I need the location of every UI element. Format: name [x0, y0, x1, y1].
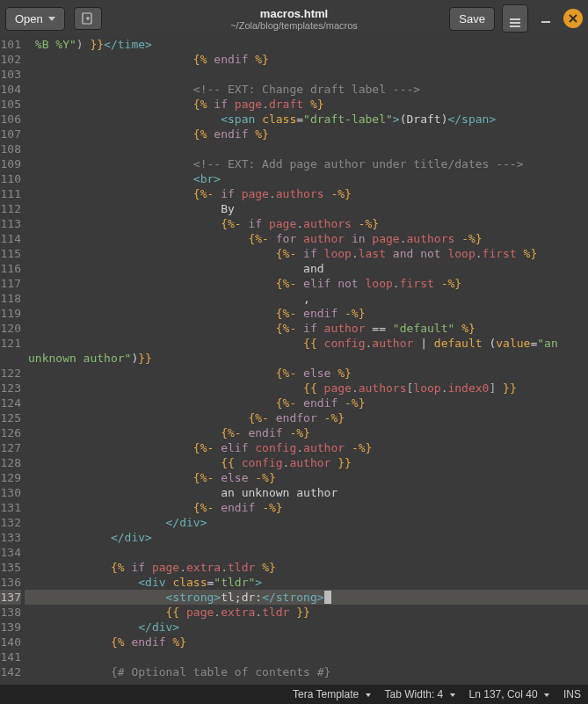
- code-line[interactable]: {% endif %}: [25, 52, 588, 67]
- code-line[interactable]: {%- if loop.last and not loop.first %}: [25, 246, 588, 261]
- language-label: Tera Template: [293, 688, 359, 700]
- line-number: 125: [0, 410, 21, 425]
- code-line[interactable]: {%- for author in page.authors -%}: [25, 231, 588, 246]
- line-number: 130: [0, 485, 21, 500]
- line-number: 108: [0, 142, 21, 156]
- code-line[interactable]: <strong>tl;dr:</strong>: [25, 590, 588, 605]
- code-line[interactable]: {{ config.author | default (value="an: [25, 336, 588, 351]
- hamburger-menu-button[interactable]: [502, 4, 528, 33]
- open-label: Open: [15, 12, 43, 25]
- line-number: 119: [0, 306, 21, 321]
- code-line[interactable]: <span class="draft-label">(Draft)</span>: [25, 112, 588, 127]
- close-icon: [569, 14, 577, 23]
- line-number: 110: [0, 171, 21, 186]
- svg-rect-1: [541, 21, 550, 23]
- code-line[interactable]: </div>: [25, 515, 588, 530]
- code-line[interactable]: {%- elif config.author -%}: [25, 440, 588, 455]
- minimize-button[interactable]: [535, 8, 556, 29]
- code-line[interactable]: {# Optional table of contents #}: [25, 664, 588, 679]
- code-line[interactable]: {% if page.draft %}: [25, 97, 588, 112]
- code-line[interactable]: and: [25, 261, 588, 276]
- code-line[interactable]: %B %Y") }}</time>: [25, 37, 588, 52]
- code-line[interactable]: <!-- EXT: Add page author under title/da…: [25, 156, 588, 171]
- line-number: 122: [0, 366, 21, 381]
- minimize-icon: [541, 13, 551, 24]
- line-number: 118: [0, 291, 21, 306]
- line-number: [0, 351, 21, 366]
- line-number: 104: [0, 82, 21, 97]
- line-number: 109: [0, 156, 21, 171]
- cursor-position[interactable]: Ln 137, Col 40: [469, 688, 549, 700]
- code-line[interactable]: unknown author")}}: [25, 351, 588, 366]
- code-line[interactable]: </div>: [25, 620, 588, 635]
- code-line[interactable]: {%- endfor -%}: [25, 410, 588, 425]
- line-number: 107: [0, 127, 21, 142]
- code-line[interactable]: [25, 142, 588, 156]
- code-line[interactable]: <!-- EXT: Change draft label --->: [25, 82, 588, 97]
- new-document-button[interactable]: [74, 7, 102, 30]
- code-line[interactable]: {% if page.extra.tldr %}: [25, 560, 588, 575]
- line-number: 133: [0, 530, 21, 545]
- save-button[interactable]: Save: [449, 7, 495, 31]
- chevron-down-icon: [48, 17, 55, 21]
- insert-mode[interactable]: INS: [563, 688, 581, 700]
- line-number: 103: [0, 67, 21, 82]
- code-line[interactable]: {%- endif -%}: [25, 396, 588, 410]
- line-number-gutter: 1011021031041051061071081091101111121131…: [0, 37, 25, 685]
- code-line[interactable]: {% endif %}: [25, 127, 588, 142]
- tab-width-selector[interactable]: Tab Width: 4: [385, 688, 455, 700]
- code-line[interactable]: an unknown author: [25, 485, 588, 500]
- line-number: 132: [0, 515, 21, 530]
- line-number: 113: [0, 216, 21, 231]
- open-button[interactable]: Open: [5, 7, 65, 31]
- line-number: 117: [0, 276, 21, 291]
- code-line[interactable]: {{ config.author }}: [25, 455, 588, 470]
- code-line[interactable]: ,: [25, 291, 588, 306]
- code-line[interactable]: <div class="tldr">: [25, 575, 588, 590]
- insert-mode-label: INS: [563, 688, 581, 700]
- tab-width-label: Tab Width: 4: [385, 688, 444, 700]
- code-line[interactable]: {%- else -%}: [25, 470, 588, 485]
- editor-area[interactable]: 1011021031041051061071081091101111121131…: [0, 37, 588, 685]
- code-area[interactable]: %B %Y") }}</time> {% endif %} <!-- EXT: …: [25, 37, 588, 685]
- code-line[interactable]: {{ page.extra.tldr }}: [25, 605, 588, 620]
- line-number: 137: [0, 590, 21, 605]
- code-line[interactable]: {%- if page.authors -%}: [25, 216, 588, 231]
- code-line[interactable]: {%- elif not loop.first -%}: [25, 276, 588, 291]
- code-line[interactable]: {{ page.authors[loop.index0] }}: [25, 381, 588, 396]
- code-line[interactable]: [25, 545, 588, 560]
- line-number: 115: [0, 246, 21, 261]
- text-cursor: [324, 591, 331, 604]
- code-line[interactable]: </div>: [25, 530, 588, 545]
- code-line[interactable]: [25, 650, 588, 664]
- code-line[interactable]: {%- if author == "default" %}: [25, 321, 588, 336]
- code-line[interactable]: {% endif %}: [25, 635, 588, 650]
- chevron-down-icon: [450, 693, 455, 697]
- close-window-button[interactable]: [563, 9, 583, 28]
- code-line[interactable]: <br>: [25, 171, 588, 186]
- cursor-position-label: Ln 137, Col 40: [469, 688, 538, 700]
- code-line[interactable]: {%- if page.authors -%}: [25, 186, 588, 201]
- code-line[interactable]: [25, 67, 588, 82]
- code-line[interactable]: {%- endif -%}: [25, 425, 588, 440]
- code-line[interactable]: By: [25, 201, 588, 216]
- chevron-down-icon: [366, 693, 371, 697]
- line-number: 121: [0, 336, 21, 351]
- code-line[interactable]: {%- endif -%}: [25, 306, 588, 321]
- line-number: 134: [0, 545, 21, 560]
- code-line[interactable]: {%- endif -%}: [25, 500, 588, 515]
- status-bar: Tera Template Tab Width: 4 Ln 137, Col 4…: [0, 685, 588, 704]
- header-bar: Open macros.html ~/Zola/blog/templates/m…: [0, 0, 588, 37]
- hamburger-icon: [510, 18, 520, 27]
- line-number: 124: [0, 396, 21, 410]
- language-selector[interactable]: Tera Template: [293, 688, 371, 700]
- line-number: 112: [0, 201, 21, 216]
- line-number: 102: [0, 52, 21, 67]
- line-number: 131: [0, 500, 21, 515]
- line-number: 138: [0, 605, 21, 620]
- line-number: 141: [0, 650, 21, 664]
- code-line[interactable]: {%- else %}: [25, 366, 588, 381]
- line-number: 136: [0, 575, 21, 590]
- line-number: 142: [0, 664, 21, 679]
- line-number: 116: [0, 261, 21, 276]
